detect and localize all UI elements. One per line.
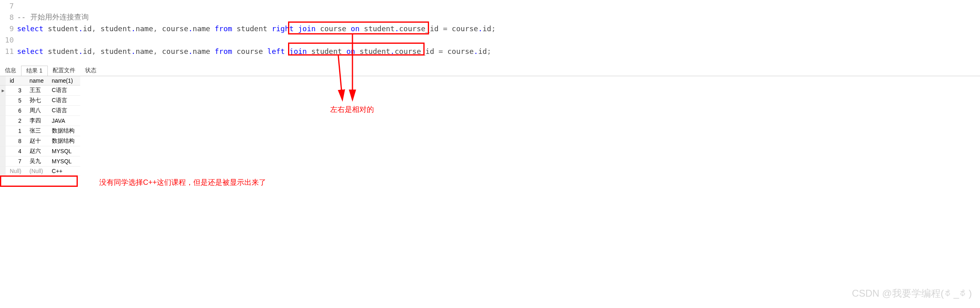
line-number: 9: [0, 24, 17, 33]
annotation-relative-text: 左右是相对的: [330, 105, 374, 114]
row-marker: [0, 136, 6, 146]
column-header-name[interactable]: name: [26, 76, 48, 86]
code-editor[interactable]: 7 8 -- 开始用外连接查询 9 select student.id, stu…: [0, 0, 980, 57]
cell-name1[interactable]: MYSQL: [48, 146, 80, 156]
row-marker: ▸: [0, 86, 6, 96]
line-number: 7: [0, 2, 17, 10]
cell-id[interactable]: 8: [6, 136, 26, 146]
row-marker: [0, 167, 6, 176]
cell-name1[interactable]: JAVA: [48, 116, 80, 126]
result-table[interactable]: id name name(1) ▸ 3 王五 C语言 5 孙七 C语言 6 周八…: [0, 76, 80, 176]
table-row[interactable]: ▸ 3 王五 C语言: [0, 86, 80, 96]
line-number: 10: [0, 36, 17, 44]
row-marker: [0, 146, 6, 156]
cell-id[interactable]: Null): [6, 167, 26, 176]
tab-status[interactable]: 状态: [80, 66, 101, 75]
cell-name1[interactable]: 数据结构: [48, 136, 80, 146]
cell-name[interactable]: 孙七: [26, 96, 48, 106]
table-row[interactable]: 8 赵十 数据结构: [0, 136, 80, 146]
column-header-name1[interactable]: name(1): [48, 76, 80, 86]
row-marker: [0, 156, 6, 167]
code-line-8[interactable]: 8 -- 开始用外连接查询: [0, 11, 980, 23]
cell-id[interactable]: 7: [6, 156, 26, 167]
cell-id[interactable]: 4: [6, 146, 26, 156]
tab-profile[interactable]: 配置文件: [48, 66, 80, 75]
column-header-id[interactable]: id: [6, 76, 26, 86]
cell-name[interactable]: 赵十: [26, 136, 48, 146]
cell-id[interactable]: 2: [6, 116, 26, 126]
cell-name1[interactable]: C语言: [48, 86, 80, 96]
annotation-box-null: [0, 175, 78, 187]
result-tabs: 信息 结果 1 配置文件 状态: [0, 65, 980, 76]
table-row[interactable]: 2 李四 JAVA: [0, 116, 80, 126]
row-marker: [0, 116, 6, 126]
cell-id[interactable]: 1: [6, 126, 26, 136]
row-marker: [0, 96, 6, 106]
cell-name[interactable]: 张三: [26, 126, 48, 136]
cell-name[interactable]: 李四: [26, 116, 48, 126]
sql-statement-2: select student.id, student.name, course.…: [17, 47, 491, 56]
annotation-cpp-note: 没有同学选择C++这们课程，但是还是被显示出来了: [99, 178, 266, 187]
table-row[interactable]: 4 赵六 MYSQL: [0, 146, 80, 156]
results-panel: 信息 结果 1 配置文件 状态 id name name(1) ▸ 3 王五 C…: [0, 65, 980, 176]
table-header-row: id name name(1): [0, 76, 80, 86]
cell-id[interactable]: 5: [6, 96, 26, 106]
tab-info[interactable]: 信息: [0, 66, 21, 75]
cell-name1[interactable]: C语言: [48, 106, 80, 116]
cell-name[interactable]: 周八: [26, 106, 48, 116]
cell-name1[interactable]: 数据结构: [48, 126, 80, 136]
table-row[interactable]: 1 张三 数据结构: [0, 126, 80, 136]
line-number: 8: [0, 13, 17, 21]
cell-name1[interactable]: C语言: [48, 96, 80, 106]
table-row[interactable]: 5 孙七 C语言: [0, 96, 80, 106]
table-row[interactable]: 6 周八 C语言: [0, 106, 80, 116]
tab-result[interactable]: 结果 1: [21, 66, 48, 76]
cell-id[interactable]: 6: [6, 106, 26, 116]
cell-name1[interactable]: MYSQL: [48, 156, 80, 167]
cell-name1[interactable]: C++: [48, 167, 80, 176]
cell-name[interactable]: 赵六: [26, 146, 48, 156]
code-line-7[interactable]: 7: [0, 0, 980, 11]
cell-name[interactable]: 王五: [26, 86, 48, 96]
sql-comment: -- 开始用外连接查询: [17, 12, 89, 22]
code-line-10[interactable]: 10: [0, 34, 980, 45]
row-marker: [0, 126, 6, 136]
sql-statement-1: select student.id, student.name, course.…: [17, 24, 496, 33]
line-number: 11: [0, 47, 17, 56]
cell-name[interactable]: (Null): [26, 167, 48, 176]
code-line-9[interactable]: 9 select student.id, student.name, cours…: [0, 23, 980, 34]
table-row[interactable]: Null) (Null) C++: [0, 167, 80, 176]
cell-id[interactable]: 3: [6, 86, 26, 96]
table-row[interactable]: 7 吴九 MYSQL: [0, 156, 80, 167]
watermark: CSDN @我要学编程(ಥ_ಥ): [852, 287, 972, 300]
cell-name[interactable]: 吴九: [26, 156, 48, 167]
code-line-11[interactable]: 11 select student.id, student.name, cour…: [0, 45, 980, 57]
row-marker: [0, 106, 6, 116]
